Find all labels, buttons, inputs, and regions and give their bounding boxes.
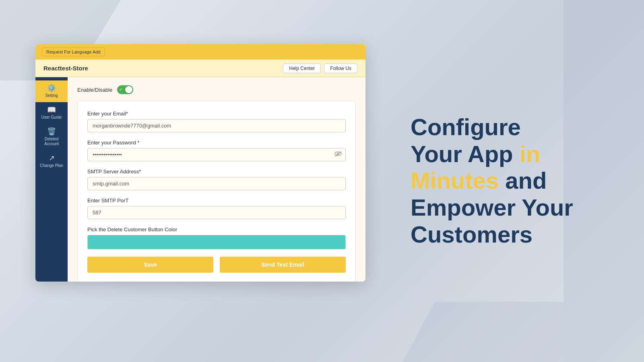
marketing-heading: Configure Your App in Minutes and Empowe… [411, 114, 612, 248]
marketing-and: and [499, 168, 547, 194]
form-card: Enter your Email* Enter your Password * [77, 101, 356, 282]
color-picker-label: Pick the Delete Customer Button Color [87, 226, 346, 232]
save-button[interactable]: Save [87, 257, 213, 273]
request-language-button[interactable]: Request For Language Add [42, 47, 105, 56]
marketing-line2: Your App in [411, 141, 540, 167]
color-picker-group: Pick the Delete Customer Button Color [87, 226, 346, 249]
password-input[interactable] [87, 148, 346, 161]
sidebar-label-deleted-account: Deleted Account [37, 137, 66, 146]
marketing-line1: Configure [411, 114, 521, 140]
marketing-line4: Empower Your [411, 194, 573, 220]
sidebar-item-deleted-account[interactable]: 🗑️ Deleted Account [35, 124, 68, 150]
smtp-server-group: SMTP Server Address* [87, 169, 346, 190]
sidebar-item-user-guide[interactable]: 📖 User Guide [35, 102, 68, 124]
enable-row: Enable/Disable ✓ [77, 85, 356, 94]
trash-icon: 🗑️ [47, 128, 56, 135]
email-group: Enter your Email* [87, 111, 346, 132]
marketing-text: Configure Your App in Minutes and Empowe… [411, 114, 612, 248]
send-test-email-button[interactable]: Send Test Email [220, 257, 346, 273]
password-label: Enter your Password * [87, 140, 346, 146]
password-wrap [87, 148, 346, 161]
follow-us-button[interactable]: Follow Us [324, 64, 357, 73]
page-content: Enable/Disable ✓ Enter your Email* Enter… [68, 77, 365, 282]
smtp-port-group: Enter SMTP PorT [87, 197, 346, 219]
sidebar-label-change-plan: Change Plan [40, 163, 63, 168]
sidebar: ⚙️ Setting 📖 User Guide 🗑️ Deleted Accou… [35, 77, 68, 282]
password-group: Enter your Password * [87, 140, 346, 161]
smtp-port-label: Enter SMTP PorT [87, 197, 346, 204]
email-input[interactable] [87, 119, 346, 132]
smtp-server-label: SMTP Server Address* [87, 169, 346, 175]
smtp-port-input[interactable] [87, 206, 346, 219]
sidebar-item-setting[interactable]: ⚙️ Setting [35, 80, 68, 102]
sidebar-label-setting: Setting [45, 93, 58, 98]
enable-label: Enable/Disable [77, 87, 112, 93]
toggle-knob [125, 86, 132, 93]
enable-toggle[interactable]: ✓ [117, 85, 133, 94]
marketing-line5: Customers [411, 221, 533, 247]
bg-decoration-bottom [402, 302, 564, 362]
sidebar-label-user-guide: User Guide [41, 115, 62, 120]
brand-name: Reacttest-Store [43, 65, 88, 72]
sidebar-item-change-plan[interactable]: ↗ Change Plan [35, 150, 68, 172]
app-window: Request For Language Add Reacttest-Store… [35, 44, 365, 282]
toggle-check-icon: ✓ [119, 87, 123, 92]
action-buttons: Save Send Test Email [87, 257, 346, 273]
color-picker-display[interactable] [87, 235, 346, 249]
help-center-button[interactable]: Help Center [283, 64, 321, 73]
marketing-highlight-minutes: Minutes [411, 168, 499, 194]
nav-buttons: Help Center Follow Us [283, 64, 357, 73]
main-content: ⚙️ Setting 📖 User Guide 🗑️ Deleted Accou… [35, 77, 365, 282]
gear-icon: ⚙️ [47, 84, 56, 92]
marketing-highlight-in: in [520, 141, 541, 167]
email-label: Enter your Email* [87, 111, 346, 117]
smtp-server-input[interactable] [87, 177, 346, 190]
book-icon: 📖 [47, 106, 56, 113]
top-bar: Request For Language Add [35, 44, 365, 60]
arrow-icon: ↗ [49, 154, 55, 162]
nav-bar: Reacttest-Store Help Center Follow Us [35, 60, 365, 77]
eye-icon[interactable] [334, 151, 342, 158]
